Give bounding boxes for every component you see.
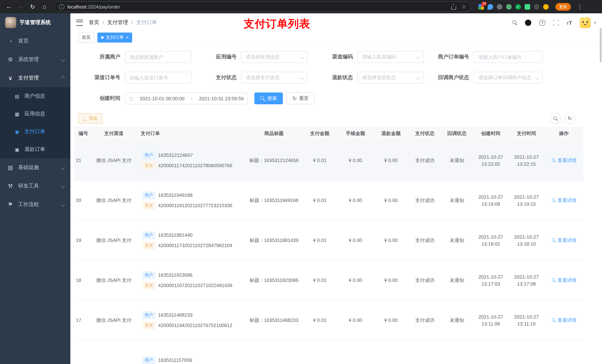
cell-status: 支付成功 [409, 260, 441, 300]
view-details-link[interactable]: 查看详情 [551, 197, 577, 204]
merchant-order-no-input[interactable] [473, 51, 542, 63]
cell-refund [373, 340, 409, 364]
cell-paid: 2021-10-2713:22:15 [509, 141, 544, 180]
bookmark-star-icon[interactable]: ☆ [462, 4, 466, 10]
extension-icon-pin[interactable] [534, 4, 539, 10]
github-icon[interactable] [525, 20, 531, 26]
channel-order-no-input[interactable] [125, 72, 191, 83]
pay-tag: 支付 [142, 242, 155, 249]
col-channel: 支付渠道 [93, 127, 135, 140]
cell-fee: ¥ 0.00 [338, 300, 373, 340]
refresh-button[interactable]: ↻ [564, 113, 575, 124]
sidebar-item-merchant-info[interactable]: ▤ 商户信息 [0, 87, 70, 105]
pay-order-no: 4200001194202110276752100612 [158, 322, 232, 328]
extension-icon-colorful[interactable]: 10 [478, 4, 484, 10]
search-icon[interactable] [512, 20, 517, 25]
extension-icon-check[interactable]: ✓ [515, 4, 521, 10]
search-button[interactable]: 搜索 [254, 93, 283, 104]
cell-notify: 未通知 [441, 141, 473, 180]
extension-icon-face[interactable] [543, 4, 549, 10]
select-placeholder: 请选择退款状态 [362, 74, 396, 81]
tab-home[interactable]: 首页 [78, 32, 94, 42]
app-logo[interactable]: 芋道管理系统 [0, 13, 70, 32]
create-time-range-picker[interactable]: ◷ 2021-10-01 00:00:00 - 2021-10-31 23:59… [125, 93, 248, 104]
view-details-link[interactable]: 查看详情 [551, 157, 577, 164]
view-details-link[interactable]: 查看详情 [551, 317, 577, 323]
search-toggle-button[interactable] [550, 113, 561, 124]
sidebar-item-infra[interactable]: ▥ 基础设施 [0, 158, 70, 177]
sidebar-item-home[interactable]: ◔ 首页 [0, 32, 70, 50]
site-info-icon[interactable]: i [59, 4, 64, 10]
select-placeholder: 请输入渠道编码 [362, 54, 396, 60]
home-icon[interactable]: ⌂ [39, 1, 50, 12]
filter-row-1: 所属商户 应用编号 请选择应用信息 渠道编码 请输入渠道编码 商户订单编号 [70, 51, 602, 63]
cell-fee: ¥ 0.00 [338, 141, 373, 180]
app-no-select[interactable]: 请选择应用信息 [241, 51, 308, 63]
chevron-down-icon [61, 58, 65, 62]
cell-title: 标题：1635312124656 [246, 141, 302, 180]
cell-pay-order: 商户1635311823086 支付4200001167202110271022… [135, 260, 246, 300]
browser-menu-icon[interactable]: ⋮ [575, 1, 585, 12]
filter-channel-order-no: 渠道订单号 [78, 72, 191, 83]
back-icon[interactable]: ← [4, 1, 14, 12]
fullscreen-icon[interactable] [553, 20, 559, 25]
font-size-icon[interactable]: TT [567, 20, 572, 26]
avatar-caret-icon[interactable]: ▾ [594, 20, 596, 25]
user-avatar[interactable] [580, 17, 591, 28]
cell-id: 18 [74, 260, 93, 300]
url-bar[interactable]: i localhost:1024/pay/order ☆ [54, 1, 471, 12]
forward-icon[interactable]: → [16, 1, 26, 12]
pay-status-select[interactable]: 请选择支付状态 [241, 72, 308, 83]
sidebar-item-pay-order[interactable]: ◉ 支付订单 [0, 123, 70, 141]
sidebar-item-payment[interactable]: ¥ 支付管理 [0, 69, 70, 87]
export-button[interactable]: 导出 [78, 113, 103, 124]
tab-close-icon[interactable]: × [126, 35, 129, 40]
sidebar-item-label: 首页 [18, 38, 29, 44]
active-dot-icon [101, 36, 104, 39]
sidebar-item-refund-order[interactable]: ▣ 退款订单 [0, 141, 70, 158]
merchant-tag: 商户 [142, 271, 155, 279]
tab-pay-order[interactable]: 支付订单 × [97, 32, 132, 42]
channel-code-select[interactable]: 请输入渠道编码 [357, 51, 424, 63]
extension-icon-green[interactable] [506, 4, 512, 10]
cell-id: 17 [74, 300, 93, 340]
cell-title [246, 340, 302, 364]
yen-icon: ¥ [7, 75, 14, 81]
reset-button[interactable]: ↻重置 [287, 93, 314, 104]
sidebar-item-devtools[interactable]: ⚒ 研发工具 [0, 177, 70, 195]
sidebar-item-system[interactable]: ⚙ 系统管理 [0, 50, 70, 69]
breadcrumb-home[interactable]: 首页 [89, 19, 99, 26]
share-icon[interactable] [452, 6, 456, 10]
view-details-link[interactable]: 查看详情 [551, 237, 577, 244]
sidebar-item-workflow[interactable]: ⚑ 工作流程 [0, 195, 70, 214]
field-label: 渠道编码 [311, 54, 357, 60]
notify-status-select[interactable]: 请选择订单回调商户状态 [473, 72, 542, 83]
app-root: 芋道管理系统 ◔ 首页 ⚙ 系统管理 ¥ 支付管理 ▤ 商户信息 [0, 13, 602, 364]
extension-icon-drop[interactable] [488, 4, 493, 10]
merchant-order-no: 1635311881440 [158, 232, 193, 238]
extension-icon-chat[interactable] [525, 4, 530, 10]
tab-label: 支付订单 [106, 34, 124, 41]
sidebar-toggle-icon[interactable] [76, 20, 83, 26]
refund-status-select[interactable]: 请选择退款状态 [357, 72, 424, 83]
chevron-down-icon [61, 184, 65, 188]
sidebar-item-label: 应用信息 [24, 111, 45, 117]
view-details-link[interactable]: 查看详情 [551, 277, 577, 283]
button-label: 重置 [299, 95, 309, 102]
cell-title: 标题：1635311949168 [246, 180, 302, 220]
table-header-row: 编号 支付渠道 支付订单 商品标题 支付金额 手续金额 退款金额 支付状态 回调… [74, 127, 583, 141]
magnifier-icon [552, 198, 556, 202]
sidebar: 芋道管理系统 ◔ 首页 ⚙ 系统管理 ¥ 支付管理 ▤ 商户信息 [0, 13, 70, 364]
sidebar-item-app-info[interactable]: ▦ 应用信息 [0, 105, 70, 123]
col-pay-status: 支付状态 [409, 127, 441, 140]
breadcrumb-separator: / [131, 20, 133, 26]
browser-update-button[interactable]: 更新 [555, 3, 571, 10]
merchant-input[interactable] [125, 51, 191, 63]
field-label: 所属商户 [78, 54, 125, 60]
reload-icon[interactable]: ↻ [27, 1, 38, 12]
breadcrumb-section[interactable]: 支付管理 [107, 19, 128, 26]
help-icon[interactable]: ? [539, 20, 545, 26]
extension-icon-globe[interactable] [497, 4, 502, 10]
page-scrollbar[interactable] [600, 28, 602, 62]
col-notify-status: 回调状态 [441, 127, 473, 140]
